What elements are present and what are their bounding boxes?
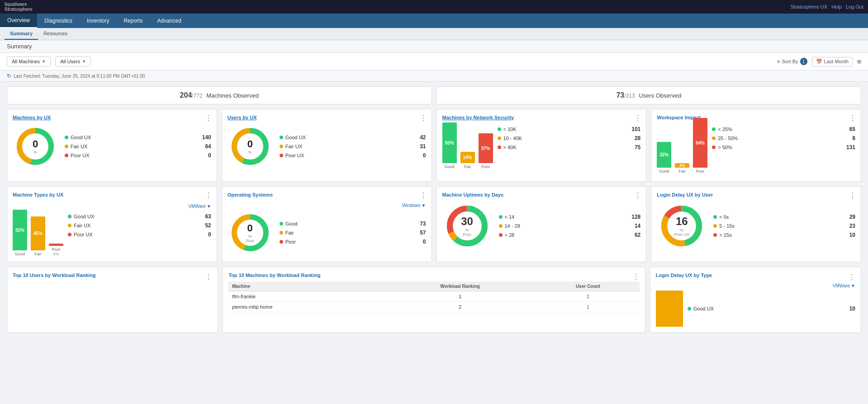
users-by-ux-title[interactable]: Users by UX (228, 115, 426, 120)
login-delay-vmware-dropdown[interactable]: VMWare ▼ (833, 283, 855, 288)
machines-filter-label: All Machines (12, 59, 40, 64)
os-menu[interactable]: ⋮ (420, 191, 427, 200)
good-dot (65, 136, 68, 139)
bar-group-poor: 64% Poor (693, 118, 707, 174)
machine-types-legend: Good UX 63 Fair UX 52 Poor UX 0 (68, 211, 211, 256)
nav-overview[interactable]: Overview (0, 14, 37, 28)
machines-observed-header: 204/772 Machines Observed (7, 86, 432, 104)
users-by-ux-menu[interactable]: ⋮ (420, 114, 427, 122)
login-delay-type-menu[interactable]: ⋮ (848, 273, 855, 282)
legend-item: Poor UX 0 (280, 152, 426, 159)
machines-count: 204 (180, 91, 192, 99)
machine-uptimes-card: Machine Uptimes by Days ⋮ 30 % Poor (436, 186, 647, 262)
login-delay-user-title[interactable]: Login Delay UX by User (657, 192, 855, 197)
workspace-impact-menu[interactable]: ⋮ (849, 114, 856, 122)
bar-poor: 37% (479, 133, 493, 163)
vmware-dropdown[interactable]: VMWare ▼ (188, 204, 211, 209)
poor-dot (65, 154, 68, 157)
login-delay-type-card: Login Delay UX by Type ⋮ VMWare ▼ Good U… (650, 267, 861, 333)
machines-by-network-content: 50% Good 14% Fair 37% (442, 124, 641, 171)
top10-users-title[interactable]: Top 10 Users by Workload Ranking (13, 272, 96, 278)
uptimes-title[interactable]: Machine Uptimes by Days (442, 192, 641, 197)
grid-view-icon[interactable]: ⊞ (857, 59, 861, 65)
bar-group-good: 55% Good (13, 210, 27, 256)
users-by-ux-value: 0 (247, 138, 253, 150)
nav-advanced[interactable]: Advanced (150, 14, 188, 28)
bar-poor-pct: 37% (481, 146, 490, 151)
bar-group-poor: 37% Poor (479, 133, 493, 169)
logo-sub: Stratusphere (5, 7, 33, 12)
machines-by-ux-card: Machines by UX ⋮ 0 % (7, 109, 217, 182)
workload-ranking: 1 (384, 291, 536, 302)
table-row: pierres-mbp.home 2 1 (228, 302, 640, 312)
refresh-icon[interactable]: ↻ (7, 73, 11, 79)
legend-item: 25 - 50% 8 (712, 135, 855, 141)
machines-by-ux-title[interactable]: Machines by UX (13, 115, 211, 120)
sort-button[interactable]: ≡ Sort By 1 (777, 58, 807, 65)
nav-reports[interactable]: Reports (116, 14, 150, 28)
users-by-ux-center: 0 % (247, 138, 253, 155)
help-link[interactable]: Help (831, 4, 842, 9)
last-fetched-text: Last Fetched: Tuesday, June 25, 2024 at … (14, 74, 145, 79)
machines-filter-arrow: ▼ (42, 59, 46, 64)
machines-by-network-title[interactable]: Machines by Network Security (442, 115, 641, 120)
legend-item: > 50% 131 (712, 144, 855, 150)
machine-types-menu[interactable]: ⋮ (205, 191, 212, 200)
login-delay-user-donut: 16 % Poor UX (657, 201, 707, 251)
os-center: 0 % Poor (246, 222, 254, 243)
sort-label: Sort By (782, 59, 798, 64)
bar-good-pct: 50% (445, 141, 454, 146)
users-filter-button[interactable]: All Users ▼ (55, 56, 91, 66)
subnav-summary[interactable]: Summary (5, 28, 38, 40)
nav-diagnostics[interactable]: Diagnostics (37, 14, 80, 28)
date-filter-button[interactable]: 📅 Last Month (812, 57, 853, 66)
machine-types-by-ux-card: Machine Types by UX ⋮ VMWare ▼ 55% Good (7, 186, 217, 262)
section-headers: 204/772 Machines Observed 73/313 Users O… (7, 86, 861, 104)
stratusphere-ux-link[interactable]: Stratusphere UX (791, 4, 827, 9)
windows-dropdown[interactable]: Windows ▼ (402, 203, 426, 208)
workspace-impact-title[interactable]: Workspace Impact (657, 115, 855, 120)
workspace-impact-bars: 32% Good 4% Fair 64% (657, 124, 707, 176)
login-delay-user-menu[interactable]: ⋮ (849, 191, 856, 200)
subnav-resources[interactable]: Resources (38, 28, 73, 40)
users-filter-arrow: ▼ (82, 59, 86, 64)
main-content: 204/772 Machines Observed 73/313 Users O… (0, 82, 868, 337)
nav-inventory[interactable]: Inventory (80, 14, 116, 28)
bar-group-fair: 45% Fair (31, 216, 45, 256)
uptimes-legend: < 14 128 14 - 28 14 > 28 62 (499, 214, 641, 238)
machines-by-ux-menu[interactable]: ⋮ (205, 114, 212, 122)
fair-dot (65, 145, 68, 148)
bar-poor-label: Poor (481, 164, 490, 169)
legend-item: < 25% 65 (712, 126, 855, 132)
machine-types-title[interactable]: Machine Types by UX (13, 192, 63, 197)
legend-item: Good UX 42 (280, 134, 426, 141)
filter-bar: All Machines ▼ All Users ▼ ≡ Sort By 1 📅… (0, 53, 868, 70)
machines-filter-button[interactable]: All Machines ▼ (7, 56, 51, 66)
machines-by-network-menu[interactable]: ⋮ (634, 114, 641, 122)
login-delay-type-title[interactable]: Login Delay UX by Type (656, 272, 712, 278)
machines-by-ux-donut: 0 % (13, 124, 58, 169)
user-count[interactable]: 1 (536, 291, 640, 302)
workspace-impact-legend: < 25% 65 25 - 50% 8 > 50% 131 (712, 124, 855, 176)
users-observed-header: 73/313 Users Observed (436, 86, 862, 104)
bar-fair: 14% (460, 152, 475, 163)
uptimes-menu[interactable]: ⋮ (634, 191, 641, 200)
login-delay-user-content: 16 % Poor UX < 5s 29 5 - 15s 23 (657, 201, 855, 251)
machines-by-ux-pct: % (33, 150, 38, 155)
os-title[interactable]: Operating Systems (228, 192, 273, 197)
date-label: Last Month (824, 59, 849, 64)
top10-users-menu[interactable]: ⋮ (205, 272, 212, 282)
row1-grid: Machines by UX ⋮ 0 % (7, 109, 861, 182)
user-count[interactable]: 1 (536, 302, 640, 312)
top10-machines-title[interactable]: Top 10 Machines by Workload Ranking (228, 272, 320, 278)
top10-machines-table: Machine Workload Ranking User Count tfm-… (228, 282, 640, 312)
logout-link[interactable]: Log Out (846, 4, 863, 9)
top10-machines-menu[interactable]: ⋮ (632, 272, 640, 282)
login-delay-type-bar (656, 291, 683, 327)
legend-item: > 40K 75 (498, 144, 641, 150)
login-delay-type-legend: Good UX 10 (688, 305, 855, 312)
legend-item: 10 - 40K 28 (498, 135, 641, 141)
filter-right: ≡ Sort By 1 📅 Last Month ⊞ (777, 57, 861, 66)
machines-by-network-card: Machines by Network Security ⋮ 50% Good (436, 109, 647, 182)
machine-types-content: 55% Good 45% Fair (13, 211, 211, 256)
